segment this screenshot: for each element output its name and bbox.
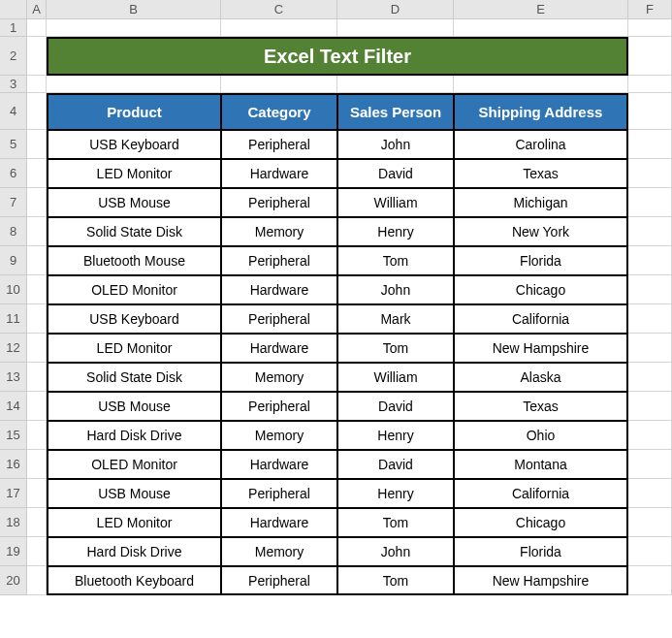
cell-shipping-address[interactable]: California bbox=[454, 479, 628, 508]
cell-sales-person[interactable]: Tom bbox=[337, 246, 454, 275]
cell-product[interactable]: OLED Monitor bbox=[47, 275, 221, 304]
cell-category[interactable]: Memory bbox=[221, 363, 337, 392]
cell-product[interactable]: Bluetooth Mouse bbox=[47, 246, 221, 275]
cell-product[interactable]: LED Monitor bbox=[47, 334, 221, 363]
col-header-f[interactable]: F bbox=[628, 0, 672, 19]
cell-sales-person[interactable]: John bbox=[337, 275, 454, 304]
cell-c1[interactable] bbox=[221, 19, 337, 37]
cell-f17[interactable] bbox=[628, 479, 672, 508]
cell-a12[interactable] bbox=[27, 334, 47, 363]
cell-d1[interactable] bbox=[337, 19, 454, 37]
cell-category[interactable]: Hardware bbox=[221, 275, 337, 304]
row-header-20[interactable]: 20 bbox=[0, 566, 27, 595]
cell-shipping-address[interactable]: Florida bbox=[454, 246, 628, 275]
row-header-12[interactable]: 12 bbox=[0, 334, 27, 363]
cell-shipping-address[interactable]: Montana bbox=[454, 450, 628, 479]
cell-product[interactable]: USB Keyboard bbox=[47, 130, 221, 159]
row-header-3[interactable]: 3 bbox=[0, 76, 27, 93]
cell-f1[interactable] bbox=[628, 19, 672, 37]
col-header-a[interactable]: A bbox=[27, 0, 47, 19]
cell-category[interactable]: Hardware bbox=[221, 159, 337, 188]
cell-category[interactable]: Peripheral bbox=[221, 392, 337, 421]
row-header-15[interactable]: 15 bbox=[0, 421, 27, 450]
row-header-17[interactable]: 17 bbox=[0, 479, 27, 508]
header-shipping-address[interactable]: Shipping Address bbox=[454, 93, 628, 130]
cell-a9[interactable] bbox=[27, 246, 47, 275]
cell-a19[interactable] bbox=[27, 537, 47, 566]
cell-f3[interactable] bbox=[628, 76, 672, 93]
cell-sales-person[interactable]: David bbox=[337, 159, 454, 188]
row-header-9[interactable]: 9 bbox=[0, 246, 27, 275]
cell-sales-person[interactable]: Henry bbox=[337, 421, 454, 450]
cell-category[interactable]: Hardware bbox=[221, 334, 337, 363]
cell-sales-person[interactable]: Henry bbox=[337, 217, 454, 246]
cell-a7[interactable] bbox=[27, 188, 47, 217]
cell-a2[interactable] bbox=[27, 37, 47, 76]
cell-d3[interactable] bbox=[337, 76, 454, 93]
cell-sales-person[interactable]: Tom bbox=[337, 566, 454, 595]
cell-a1[interactable] bbox=[27, 19, 47, 37]
cell-product[interactable]: LED Monitor bbox=[47, 508, 221, 537]
cell-category[interactable]: Hardware bbox=[221, 508, 337, 537]
row-header-6[interactable]: 6 bbox=[0, 159, 27, 188]
row-header-11[interactable]: 11 bbox=[0, 304, 27, 334]
cell-sales-person[interactable]: Tom bbox=[337, 334, 454, 363]
row-header-19[interactable]: 19 bbox=[0, 537, 27, 566]
row-header-18[interactable]: 18 bbox=[0, 508, 27, 537]
cell-e3[interactable] bbox=[454, 76, 628, 93]
row-header-1[interactable]: 1 bbox=[0, 19, 27, 37]
cell-shipping-address[interactable]: Carolina bbox=[454, 130, 628, 159]
cell-b1[interactable] bbox=[47, 19, 221, 37]
cell-f9[interactable] bbox=[628, 246, 672, 275]
col-header-e[interactable]: E bbox=[454, 0, 628, 19]
cell-f13[interactable] bbox=[628, 363, 672, 392]
cell-f5[interactable] bbox=[628, 130, 672, 159]
cell-f14[interactable] bbox=[628, 392, 672, 421]
cell-f6[interactable] bbox=[628, 159, 672, 188]
cell-f11[interactable] bbox=[628, 304, 672, 334]
cell-shipping-address[interactable]: Florida bbox=[454, 537, 628, 566]
cell-sales-person[interactable]: William bbox=[337, 188, 454, 217]
cell-product[interactable]: OLED Monitor bbox=[47, 450, 221, 479]
header-sales-person[interactable]: Sales Person bbox=[337, 93, 454, 130]
cell-a10[interactable] bbox=[27, 275, 47, 304]
cell-sales-person[interactable]: David bbox=[337, 450, 454, 479]
row-header-16[interactable]: 16 bbox=[0, 450, 27, 479]
cell-category[interactable]: Peripheral bbox=[221, 566, 337, 595]
cell-shipping-address[interactable]: Michigan bbox=[454, 188, 628, 217]
cell-f19[interactable] bbox=[628, 537, 672, 566]
cell-product[interactable]: USB Mouse bbox=[47, 188, 221, 217]
cell-a16[interactable] bbox=[27, 450, 47, 479]
cell-f15[interactable] bbox=[628, 421, 672, 450]
title-cell[interactable]: Excel Text Filter bbox=[47, 37, 628, 76]
cell-a17[interactable] bbox=[27, 479, 47, 508]
cell-f7[interactable] bbox=[628, 188, 672, 217]
cell-product[interactable]: USB Mouse bbox=[47, 479, 221, 508]
cell-a8[interactable] bbox=[27, 217, 47, 246]
cell-f4[interactable] bbox=[628, 93, 672, 130]
row-header-2[interactable]: 2 bbox=[0, 37, 27, 76]
select-all-corner[interactable] bbox=[0, 0, 27, 19]
col-header-d[interactable]: D bbox=[337, 0, 454, 19]
col-header-b[interactable]: B bbox=[47, 0, 221, 19]
cell-category[interactable]: Peripheral bbox=[221, 130, 337, 159]
cell-product[interactable]: USB Mouse bbox=[47, 392, 221, 421]
header-category[interactable]: Category bbox=[221, 93, 337, 130]
cell-f2[interactable] bbox=[628, 37, 672, 76]
cell-category[interactable]: Hardware bbox=[221, 450, 337, 479]
cell-f16[interactable] bbox=[628, 450, 672, 479]
cell-a6[interactable] bbox=[27, 159, 47, 188]
cell-product[interactable]: LED Monitor bbox=[47, 159, 221, 188]
cell-shipping-address[interactable]: Texas bbox=[454, 159, 628, 188]
cell-f12[interactable] bbox=[628, 334, 672, 363]
cell-shipping-address[interactable]: California bbox=[454, 304, 628, 334]
cell-a18[interactable] bbox=[27, 508, 47, 537]
cell-product[interactable]: Hard Disk Drive bbox=[47, 537, 221, 566]
row-header-7[interactable]: 7 bbox=[0, 188, 27, 217]
cell-product[interactable]: Solid State Disk bbox=[47, 217, 221, 246]
cell-category[interactable]: Memory bbox=[221, 217, 337, 246]
cell-f10[interactable] bbox=[628, 275, 672, 304]
row-header-4[interactable]: 4 bbox=[0, 93, 27, 130]
cell-category[interactable]: Peripheral bbox=[221, 479, 337, 508]
cell-category[interactable]: Peripheral bbox=[221, 246, 337, 275]
